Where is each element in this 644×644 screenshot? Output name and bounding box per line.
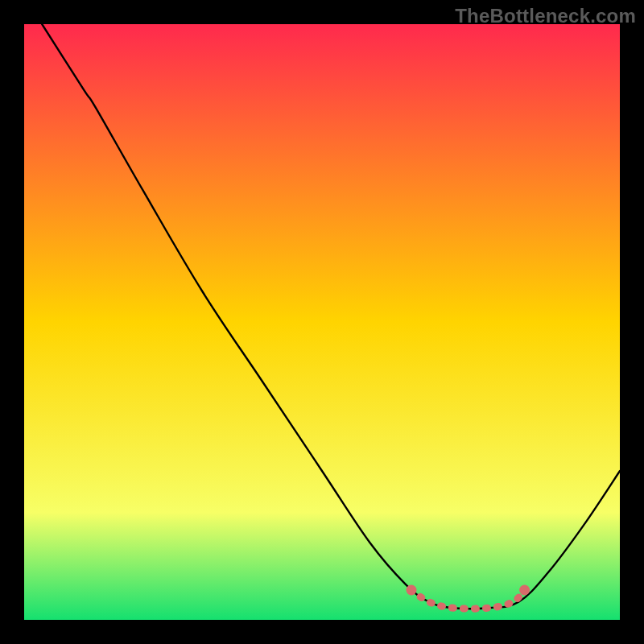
gradient-background: [24, 24, 620, 620]
watermark-text: TheBottleneck.com: [455, 5, 636, 27]
chart-svg: [24, 24, 620, 620]
chart-frame: TheBottleneck.com: [0, 0, 644, 644]
optimal-range-endpoint: [519, 585, 530, 596]
optimal-range-endpoint: [407, 585, 417, 596]
plot-area: [24, 24, 620, 620]
